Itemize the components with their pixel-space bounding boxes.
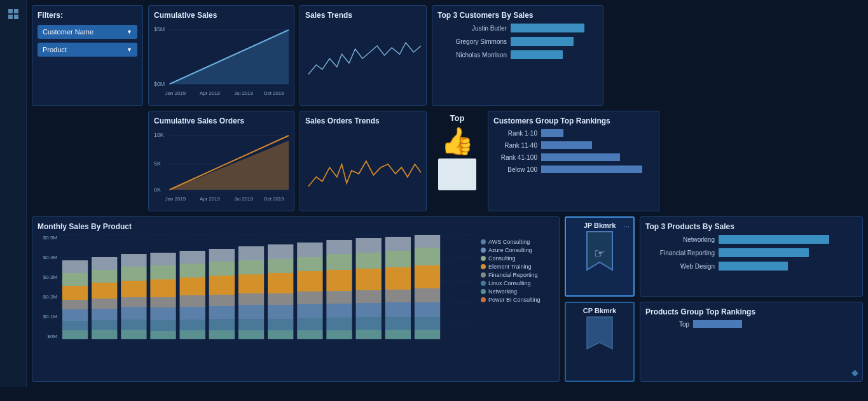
svg-rect-2 [8,15,13,19]
rank-label-4: Below 100 [493,166,541,173]
svg-rect-30 [92,283,117,299]
svg-rect-31 [92,299,117,309]
svg-rect-61 [238,293,264,305]
cp-bookmark-widget[interactable]: CP Bkmrk [565,302,635,382]
products-rank-label: Top [645,321,693,328]
monthly-sales-panel: Monthly Sales By Product $0.5M $0.4M $0.… [32,216,560,382]
svg-text:10K: 10K [154,132,164,138]
svg-rect-93 [385,317,411,330]
legend-color [481,289,486,294]
cursor-icon: ☞ [594,246,605,261]
svg-rect-0 [8,9,13,13]
rank-row: Rank 11-40 [493,141,654,149]
customer-name-2: Gregory Simmons [437,38,511,45]
customer-name-3: Nicholas Morrison [437,52,511,59]
jp-bookmark-widget[interactable]: ... JP Bkmrk ☞ [565,216,635,297]
dropdown-arrow: ▼ [127,46,132,53]
svg-rect-106 [209,249,235,262]
sales-trends-panel: Sales Trends [300,5,427,106]
svg-rect-32 [92,309,117,320]
customer-bar-3 [511,50,563,59]
svg-rect-73 [297,292,322,304]
svg-rect-33 [92,320,117,330]
svg-rect-70 [268,330,293,339]
product-name-1: Networking [645,236,719,243]
svg-rect-67 [268,293,293,305]
product-filter[interactable]: Product ▼ [38,43,137,57]
products-rankings-panel: Products Group Top Rankings Top ◆ [640,302,863,382]
grid-icon[interactable] [4,5,22,23]
svg-rect-59 [238,260,264,274]
y-label: $0.4M [43,255,57,260]
white-box [438,158,476,190]
x-label-1: Jan 2019 [165,90,186,96]
svg-text:Apr 2019: Apr 2019 [200,196,221,202]
products-rankings-title: Products Group Top Rankings [645,307,857,316]
customers-rankings-title: Customers Group Top Rankings [493,116,654,125]
svg-rect-64 [238,330,264,339]
svg-rect-110 [326,240,352,254]
svg-marker-13 [170,141,289,190]
bookmark-icon-container: ☞ [584,232,616,274]
top-customers-title: Top 3 Customers By Sales [437,11,598,20]
svg-rect-87 [355,317,381,330]
svg-rect-1 [14,9,18,13]
svg-text:Jul 2019: Jul 2019 [234,196,253,202]
svg-rect-103 [121,254,146,267]
svg-rect-85 [355,290,381,303]
svg-rect-100 [415,330,440,339]
customer-bar-row: Gregory Simmons [437,37,598,46]
top-widget: Top 👍 [432,111,483,211]
x-label-2: Apr 2019 [200,90,221,96]
cumulative-sales-title: Cumulative Sales [154,11,289,20]
svg-text:Jan 2019: Jan 2019 [165,196,186,202]
legend-color [481,281,486,286]
svg-rect-88 [355,330,381,339]
svg-marker-115 [587,317,612,349]
svg-rect-89 [385,251,411,267]
rank-label-2: Rank 11-40 [493,142,541,149]
diamond-icon: ◆ [851,367,858,377]
bookmark-menu-dots[interactable]: ... [623,220,630,229]
product-bar-1 [719,235,829,244]
svg-rect-38 [121,307,146,320]
svg-rect-69 [268,319,293,330]
product-bar-row: Networking [645,235,857,244]
legend-color [481,248,486,253]
svg-rect-46 [150,331,176,339]
svg-rect-35 [121,267,146,281]
product-bar-2 [719,248,809,257]
cp-bookmark-title: CP Bkmrk [570,307,630,314]
filters-title: Filters: [38,11,137,20]
svg-rect-63 [238,319,264,330]
legend-color [481,239,486,244]
svg-rect-48 [180,278,205,295]
svg-rect-57 [209,319,235,330]
product-bar-3 [719,262,788,271]
sales-trends-title: Sales Trends [305,11,421,20]
svg-rect-98 [415,302,440,317]
svg-rect-109 [297,243,322,257]
svg-rect-91 [385,290,411,302]
product-name-2: Financial Reporting [645,250,719,257]
svg-rect-86 [355,303,381,317]
svg-rect-90 [385,267,411,290]
y-label-min: $0M [154,81,165,87]
cumulative-sales-panel: Cumulative Sales $5M $0M Ja [148,5,294,106]
svg-rect-54 [209,276,235,295]
svg-rect-76 [297,330,322,339]
customer-name-filter[interactable]: Customer Name ▼ [38,25,137,39]
svg-rect-28 [62,330,88,339]
svg-rect-26 [62,309,88,321]
customer-bar-2 [511,37,574,46]
right-column: Top 3 Products By Sales Networking Finan… [640,216,863,382]
svg-rect-105 [180,251,205,264]
svg-rect-112 [385,237,411,251]
svg-rect-27 [62,321,88,330]
customer-bar-row: Nicholas Morrison [437,50,598,59]
rank-bar-4 [541,165,642,173]
svg-rect-72 [297,271,322,292]
customer-bar-1 [511,24,584,32]
svg-rect-39 [121,320,146,330]
svg-rect-41 [150,265,176,279]
